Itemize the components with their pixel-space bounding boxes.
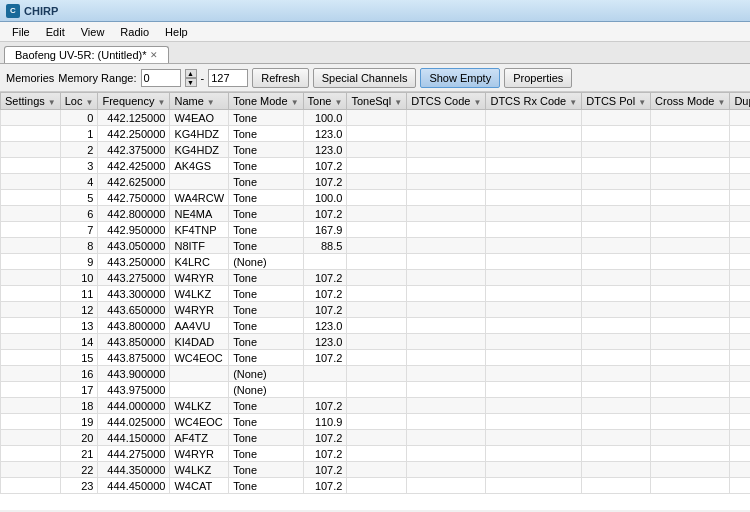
cell-tone: 107.2	[303, 430, 347, 446]
cell-dtcs-rx-code	[486, 302, 582, 318]
cell-name: AF4TZ	[170, 430, 229, 446]
col-header-frequency[interactable]: Frequency ▼	[98, 93, 170, 110]
cell-cross-mode	[651, 270, 730, 286]
cell-settings	[1, 238, 61, 254]
table-row[interactable]: 11 443.300000 W4LKZ Tone 107.2 + 5.00000…	[1, 286, 751, 302]
cell-tone: 107.2	[303, 478, 347, 494]
cell-dtcs-rx-code	[486, 398, 582, 414]
menu-file[interactable]: File	[4, 24, 38, 40]
col-header-dtcs-code[interactable]: DTCS Code ▼	[407, 93, 486, 110]
cell-tone-mode: Tone	[229, 414, 303, 430]
spinner-down[interactable]: ▼	[185, 78, 197, 87]
cell-cross-mode	[651, 110, 730, 126]
cell-settings	[1, 126, 61, 142]
cell-cross-mode	[651, 126, 730, 142]
table-row[interactable]: 3 442.425000 AK4GS Tone 107.2 + 5.000000…	[1, 158, 751, 174]
table-row[interactable]: 0 442.125000 W4EAO Tone 100.0 + 5.000000…	[1, 110, 751, 126]
table-row[interactable]: 13 443.800000 AA4VU Tone 123.0 + 5.00000…	[1, 318, 751, 334]
menu-radio[interactable]: Radio	[112, 24, 157, 40]
properties-button[interactable]: Properties	[504, 68, 572, 88]
table-row[interactable]: 21 444.275000 W4RYR Tone 107.2 + 5.00000…	[1, 446, 751, 462]
menu-view[interactable]: View	[73, 24, 113, 40]
cell-dtcs-pol	[582, 302, 651, 318]
table-row[interactable]: 23 444.450000 W4CAT Tone 107.2 + 5.00000…	[1, 478, 751, 494]
cell-cross-mode	[651, 302, 730, 318]
table-row[interactable]: 20 444.150000 AF4TZ Tone 107.2 + 5.00000…	[1, 430, 751, 446]
cell-dtcs-rx-code	[486, 206, 582, 222]
cell-tone-mode: Tone	[229, 270, 303, 286]
col-header-name[interactable]: Name ▼	[170, 93, 229, 110]
table-row[interactable]: 5 442.750000 WA4RCW Tone 100.0 + 5.00000…	[1, 190, 751, 206]
range-end-input[interactable]	[208, 69, 248, 87]
col-header-tone-mode[interactable]: Tone Mode ▼	[229, 93, 303, 110]
table-row[interactable]: 16 443.900000 (None) + 5.000000 FM High	[1, 366, 751, 382]
cell-frequency: 442.800000	[98, 206, 170, 222]
cell-tonesql	[347, 382, 407, 398]
range-start-input[interactable]	[141, 69, 181, 87]
table-row[interactable]: 7 442.950000 KF4TNP Tone 167.9 + 5.00000…	[1, 222, 751, 238]
special-channels-button[interactable]: Special Channels	[313, 68, 417, 88]
cell-dtcs-code	[407, 366, 486, 382]
cell-loc: 15	[60, 350, 98, 366]
col-header-dtcs-rx-code[interactable]: DTCS Rx Code ▼	[486, 93, 582, 110]
cell-dtcs-rx-code	[486, 382, 582, 398]
cell-name: WA4RCW	[170, 190, 229, 206]
cell-frequency: 442.375000	[98, 142, 170, 158]
tab-baofeng[interactable]: Baofeng UV-5R: (Untitled)* ✕	[4, 46, 169, 63]
table-row[interactable]: 4 442.625000 Tone 107.2 + 5.000000 FM Hi…	[1, 174, 751, 190]
table-row[interactable]: 1 442.250000 KG4HDZ Tone 123.0 + 5.00000…	[1, 126, 751, 142]
cell-loc: 11	[60, 286, 98, 302]
cell-dtcs-code	[407, 446, 486, 462]
table-row[interactable]: 15 443.875000 WC4EOC Tone 107.2 + 5.0000…	[1, 350, 751, 366]
cell-duplex: +	[730, 222, 750, 238]
table-row[interactable]: 9 443.250000 K4LRC (None) + 5.000000 FM …	[1, 254, 751, 270]
cell-dtcs-pol	[582, 398, 651, 414]
cell-tonesql	[347, 206, 407, 222]
cell-frequency: 443.900000	[98, 366, 170, 382]
cell-tone: 107.2	[303, 174, 347, 190]
cell-dtcs-pol	[582, 158, 651, 174]
cell-duplex: +	[730, 142, 750, 158]
cell-duplex: +	[730, 302, 750, 318]
cell-tone	[303, 366, 347, 382]
table-row[interactable]: 14 443.850000 KI4DAD Tone 123.0 + 5.0000…	[1, 334, 751, 350]
cell-tonesql	[347, 302, 407, 318]
cell-tone: 123.0	[303, 318, 347, 334]
menu-edit[interactable]: Edit	[38, 24, 73, 40]
menu-help[interactable]: Help	[157, 24, 196, 40]
table-row[interactable]: 10 443.275000 W4RYR Tone 107.2 + 5.00000…	[1, 270, 751, 286]
table-row[interactable]: 17 443.975000 (None) + 5.000000 FM High	[1, 382, 751, 398]
col-header-duplex[interactable]: Duplex ▼	[730, 93, 750, 110]
table-row[interactable]: 8 443.050000 N8ITF Tone 88.5 + 5.000000 …	[1, 238, 751, 254]
col-header-tonesql[interactable]: ToneSql ▼	[347, 93, 407, 110]
col-header-tone[interactable]: Tone ▼	[303, 93, 347, 110]
app-title: CHIRP	[24, 5, 58, 17]
table-row[interactable]: 2 442.375000 KG4HDZ Tone 123.0 + 5.00000…	[1, 142, 751, 158]
cell-name: KF4TNP	[170, 222, 229, 238]
table-row[interactable]: 22 444.350000 W4LKZ Tone 107.2 + 5.00000…	[1, 462, 751, 478]
show-empty-button[interactable]: Show Empty	[420, 68, 500, 88]
cell-duplex: +	[730, 446, 750, 462]
cell-dtcs-rx-code	[486, 366, 582, 382]
cell-settings	[1, 430, 61, 446]
table-row[interactable]: 18 444.000000 W4LKZ Tone 107.2 + 5.00000…	[1, 398, 751, 414]
cell-duplex: +	[730, 398, 750, 414]
col-header-dtcs-pol[interactable]: DTCS Pol ▼	[582, 93, 651, 110]
col-header-cross-mode[interactable]: Cross Mode ▼	[651, 93, 730, 110]
table-row[interactable]: 19 444.025000 WC4EOC Tone 110.9 + 5.0000…	[1, 414, 751, 430]
table-body: 0 442.125000 W4EAO Tone 100.0 + 5.000000…	[1, 110, 751, 494]
tab-close-icon[interactable]: ✕	[150, 50, 158, 60]
tab-bar: Baofeng UV-5R: (Untitled)* ✕	[0, 42, 750, 64]
col-header-loc[interactable]: Loc ▼	[60, 93, 98, 110]
spinner-up[interactable]: ▲	[185, 69, 197, 78]
table-row[interactable]: 12 443.650000 W4RYR Tone 107.2 + 5.00000…	[1, 302, 751, 318]
col-header-settings[interactable]: Settings ▼	[1, 93, 61, 110]
refresh-button[interactable]: Refresh	[252, 68, 309, 88]
cell-dtcs-code	[407, 302, 486, 318]
cell-tonesql	[347, 174, 407, 190]
cell-frequency: 444.150000	[98, 430, 170, 446]
cell-dtcs-code	[407, 350, 486, 366]
cell-cross-mode	[651, 190, 730, 206]
table-row[interactable]: 6 442.800000 NE4MA Tone 107.2 + 5.000000…	[1, 206, 751, 222]
cell-dtcs-pol	[582, 254, 651, 270]
